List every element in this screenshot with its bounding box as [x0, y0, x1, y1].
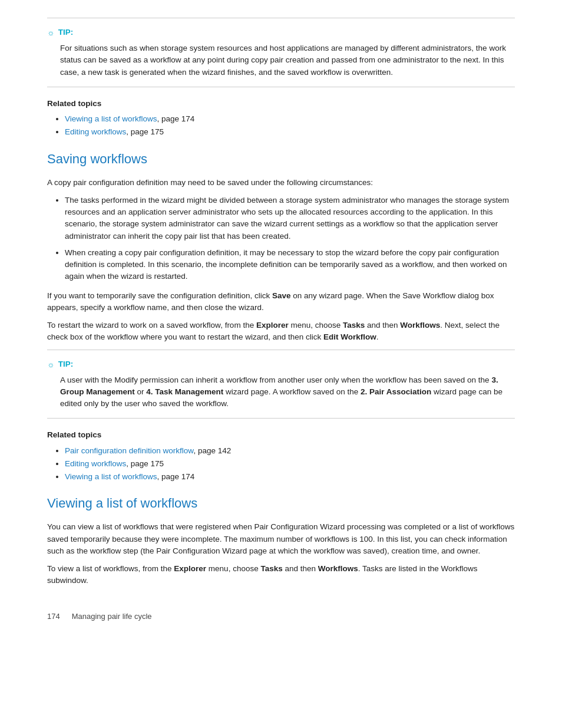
tip-label-text-1: TIP: — [58, 27, 74, 38]
footer-label: Managing pair life cycle — [72, 611, 152, 622]
saving-workflows-para2: To restart the wizard to work on a saved… — [47, 319, 515, 344]
viewing-workflows-para1: You can view a list of workflows that we… — [47, 521, 515, 557]
para2-bold3: Workflows — [400, 321, 440, 330]
saving-workflows-intro: A copy pair configuration definition may… — [47, 177, 515, 189]
para2-mid2: and then — [365, 321, 400, 330]
vw-para2-mid1: menu, choose — [206, 564, 260, 573]
list-item: Viewing a list of workflows, page 174 — [65, 113, 515, 125]
link-viewing-workflows-1[interactable]: Viewing a list of workflows — [65, 114, 157, 123]
tip-block-2: ☼ TIP: A user with the Modify permission… — [47, 350, 515, 419]
list-item: The tasks performed in the wizard might … — [65, 195, 515, 242]
vw-para2-mid2: and then — [283, 564, 318, 573]
tip2-mid2: wizard page. A workflow saved on the — [223, 387, 361, 396]
link-editing-workflows-2[interactable]: Editing workflows — [65, 459, 126, 468]
list-item: Pair configuration definition workflow, … — [65, 445, 515, 457]
tip-block-1: ☼ TIP: For situations such as when stora… — [47, 18, 515, 87]
tip2-mid1: or — [135, 387, 147, 396]
related-topics-list-2: Pair configuration definition workflow, … — [47, 445, 515, 483]
related-topics-title-2: Related topics — [47, 429, 515, 441]
saving-workflows-para1: If you want to temporarily save the conf… — [47, 290, 515, 314]
para2-pre: To restart the wizard to work on a saved… — [47, 321, 256, 330]
link-pair-config[interactable]: Pair configuration definition workflow — [65, 446, 193, 455]
list-item: When creating a copy pair configuration … — [65, 247, 515, 283]
link-editing-workflows-1[interactable]: Editing workflows — [65, 127, 126, 136]
tip-text-1: For situations such as when storage syst… — [60, 42, 515, 78]
related-topics-title-1: Related topics — [47, 98, 515, 110]
tip-label-2: ☼ TIP: — [47, 358, 515, 371]
related-topics-section-1: Related topics Viewing a list of workflo… — [47, 98, 515, 139]
link-suffix: , page 175 — [126, 127, 164, 136]
tip-label-1: ☼ TIP: — [47, 27, 515, 39]
tip2-text1: A user with the Modify permission can in… — [60, 375, 491, 384]
tip2-bold3: 2. Pair Association — [361, 387, 431, 396]
para1-pre: If you want to temporarily save the conf… — [47, 291, 272, 300]
page-number: 174 — [47, 611, 60, 622]
para1-bold: Save — [272, 291, 291, 300]
link-suffix: , page 174 — [157, 114, 195, 123]
vw-para2-bold1: Explorer — [174, 564, 206, 573]
related-topics-list-1: Viewing a list of workflows, page 174 Ed… — [47, 113, 515, 139]
para2-end: . — [376, 332, 379, 341]
link-viewing-workflows-2[interactable]: Viewing a list of workflows — [65, 472, 157, 481]
para2-bold2: Tasks — [343, 321, 365, 330]
vw-para2-bold2: Tasks — [260, 564, 282, 573]
list-item: Viewing a list of workflows, page 174 — [65, 471, 515, 483]
tip2-bold2: 4. Task Management — [146, 387, 223, 396]
viewing-workflows-para2: To view a list of workflows, from the Ex… — [47, 563, 515, 587]
list-item: Editing workflows, page 175 — [65, 458, 515, 470]
para2-bold4: Edit Workflow — [323, 332, 376, 341]
saving-workflows-heading: Saving workflows — [47, 149, 515, 169]
link-suffix: , page 174 — [157, 472, 195, 481]
saving-workflows-bullets: The tasks performed in the wizard might … — [47, 195, 515, 283]
link-suffix: , page 175 — [126, 459, 164, 468]
related-topics-section-2: Related topics Pair configuration defini… — [47, 429, 515, 483]
saving-workflows-section: Saving workflows A copy pair configurati… — [47, 149, 515, 344]
page-footer: 174 Managing pair life cycle — [47, 611, 515, 622]
list-item: Editing workflows, page 175 — [65, 126, 515, 138]
vw-para2-bold3: Workflows — [318, 564, 358, 573]
para2-mid1: menu, choose — [289, 321, 343, 330]
link-suffix: , page 142 — [193, 446, 231, 455]
tip-label-text-2: TIP: — [58, 358, 74, 370]
tip-text-2: A user with the Modify permission can in… — [60, 374, 515, 410]
viewing-workflows-section: Viewing a list of workflows You can view… — [47, 493, 515, 587]
vw-para2-pre: To view a list of workflows, from the — [47, 564, 174, 573]
tip-icon-1: ☼ — [47, 27, 55, 39]
para2-bold1: Explorer — [256, 321, 289, 330]
tip-icon-2: ☼ — [47, 358, 55, 371]
viewing-workflows-heading: Viewing a list of workflows — [47, 493, 515, 513]
